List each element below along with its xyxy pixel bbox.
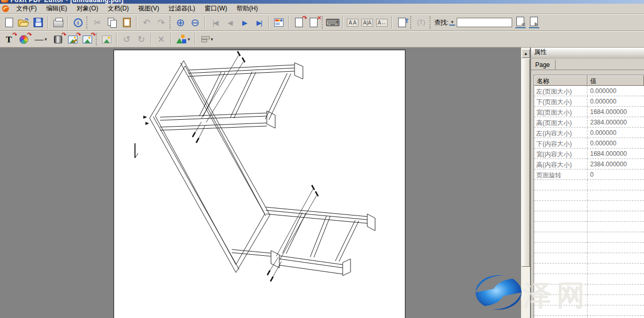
page-icon xyxy=(310,18,318,27)
align-button[interactable]: ▾ xyxy=(198,32,216,46)
next-page-button[interactable]: ▶ xyxy=(238,16,251,29)
add-text-button[interactable]: T xyxy=(395,16,409,29)
new-document-button[interactable] xyxy=(2,16,16,29)
rotate-right-button[interactable]: ↻ xyxy=(134,32,148,46)
first-page-icon: |◀ xyxy=(212,19,217,27)
menu-item[interactable]: 视图(V) xyxy=(133,3,164,14)
undo-button[interactable]: ↶ xyxy=(140,16,153,29)
redo-button[interactable]: ↷ xyxy=(154,16,168,29)
last-page-button[interactable]: ▶| xyxy=(252,16,266,29)
previous-page-button[interactable]: ◀ xyxy=(223,16,236,29)
menu-item[interactable]: 对象(O) xyxy=(72,3,103,14)
scroll-up-button[interactable]: ▲ xyxy=(522,49,530,58)
property-value[interactable]: 1684.000000 xyxy=(587,107,644,117)
scrollbar-thumb[interactable] xyxy=(522,59,530,267)
zoom-in-button[interactable]: ⊕ xyxy=(174,16,187,29)
edit-image-button[interactable]: ↷ xyxy=(66,32,80,46)
insert-color-object-button[interactable]: ↷ xyxy=(17,32,30,46)
property-value[interactable]: 0 xyxy=(587,169,644,179)
property-row-empty xyxy=(534,243,644,253)
font-width-icon: A↔ xyxy=(376,19,388,27)
redo-icon: ↷ xyxy=(157,18,165,27)
paste-clipboard-icon xyxy=(123,18,131,27)
properties-panel-header[interactable]: 属性 xyxy=(531,48,644,59)
property-value[interactable]: 0.000000 xyxy=(587,138,644,148)
find-underline xyxy=(529,27,539,28)
column-header-name[interactable]: 名称 xyxy=(534,75,587,86)
chevron-down-icon: ▾ xyxy=(188,37,190,42)
toolbar-separator xyxy=(116,33,117,46)
find-dropdown[interactable]: ▾ xyxy=(449,19,455,26)
properties-tabs: Page xyxy=(531,59,644,70)
cut-button[interactable]: ✂ xyxy=(91,16,104,29)
menu-item[interactable]: 编辑(E) xyxy=(41,3,72,14)
insert-image-button[interactable]: ↷ xyxy=(81,32,94,46)
delete-object-button[interactable]: ✕ xyxy=(154,32,168,46)
toolbar-separator xyxy=(48,16,49,29)
properties-table-header: 名称 值 xyxy=(534,75,644,86)
insert-text-object-button[interactable]: T↷ xyxy=(2,32,16,46)
property-value[interactable]: 0.000000 xyxy=(587,86,644,96)
find-next-button[interactable]: ▶ xyxy=(527,16,541,29)
watermark-text: 泽网 xyxy=(523,277,590,315)
property-value[interactable]: 2384.000000 xyxy=(587,117,644,127)
rotate-left-button[interactable]: ↺ xyxy=(120,32,133,46)
document-workspace: ▲ 属性 Page 名称 值 左(页面大小) 0.000000 下(页面大小) … xyxy=(0,48,644,318)
delete-page-button[interactable]: ✕ xyxy=(307,16,320,29)
line-style-button[interactable]: —▾ xyxy=(31,32,50,46)
toolbar-grip[interactable] xyxy=(170,16,171,29)
menu-item[interactable]: 文件(F) xyxy=(12,3,41,14)
menu-item[interactable]: 帮助(H) xyxy=(232,3,263,14)
insert-shading-button[interactable]: ↷ xyxy=(51,32,65,46)
toolbar-grip[interactable] xyxy=(96,33,97,46)
insert-page-button[interactable]: ↷ xyxy=(292,16,306,29)
rotate-right-icon: ↻ xyxy=(138,35,145,44)
property-value[interactable]: 2384.000000 xyxy=(587,159,644,169)
text-mode-button[interactable]: (T) xyxy=(414,16,428,29)
copy-button[interactable] xyxy=(105,16,119,29)
save-floppy-icon xyxy=(33,18,43,27)
page-layout-button[interactable] xyxy=(272,16,286,29)
font-width-button[interactable]: A↔ xyxy=(375,16,389,29)
find-input[interactable] xyxy=(457,18,512,27)
menu-item[interactable]: 文档(D) xyxy=(103,3,134,14)
find-previous-button[interactable]: ◀ xyxy=(514,16,527,29)
property-value[interactable]: 1684.000000 xyxy=(587,149,644,158)
wireframe-drawing xyxy=(114,50,405,317)
font-pair-button[interactable]: A|A xyxy=(360,16,374,29)
paste-button[interactable] xyxy=(120,16,133,29)
keyboard-button[interactable]: ⌨ xyxy=(326,16,340,29)
toolbar-grip[interactable] xyxy=(322,16,323,29)
property-row: 高(页面大小) 2384.000000 xyxy=(534,117,644,128)
open-button[interactable] xyxy=(17,16,30,29)
font-actual-size-button[interactable]: A A xyxy=(346,16,359,29)
first-page-button[interactable]: |◀ xyxy=(208,16,222,29)
property-value[interactable]: 0.000000 xyxy=(587,96,644,106)
property-name: 高(内容大小) xyxy=(534,159,587,169)
document-info-button[interactable]: i xyxy=(71,16,85,29)
print-button[interactable] xyxy=(51,16,65,29)
toolbar-grip[interactable] xyxy=(430,16,431,29)
menu-item[interactable]: 窗口(W) xyxy=(200,3,232,14)
property-value[interactable]: 0.000000 xyxy=(587,128,644,138)
zoom-out-button[interactable]: ⊖ xyxy=(188,16,202,29)
column-header-value[interactable]: 值 xyxy=(587,75,644,86)
toolbar-separator xyxy=(195,33,196,46)
save-button[interactable] xyxy=(31,16,45,29)
menu-item[interactable]: 过滤器(L) xyxy=(164,3,200,14)
toolbar-grip[interactable] xyxy=(86,16,88,29)
toolbar-separator xyxy=(67,16,69,29)
toolbar-separator xyxy=(268,16,269,29)
edit-object-button[interactable] xyxy=(100,32,114,46)
delete-x-icon: ✕ xyxy=(317,15,322,21)
toolbar-grip[interactable] xyxy=(410,16,412,29)
next-page-icon: ▶ xyxy=(242,19,246,27)
property-row-empty xyxy=(534,222,644,232)
property-row-empty xyxy=(534,180,644,190)
new-page-icon xyxy=(5,18,13,27)
insert-shape-button[interactable]: ▾ xyxy=(174,32,192,46)
tab-page[interactable]: Page xyxy=(531,60,556,70)
find-bar: 查找: ▾ ◀ ▶ xyxy=(434,16,541,29)
pdf-page[interactable] xyxy=(114,50,405,318)
property-name: 下(页面大小) xyxy=(534,96,587,106)
